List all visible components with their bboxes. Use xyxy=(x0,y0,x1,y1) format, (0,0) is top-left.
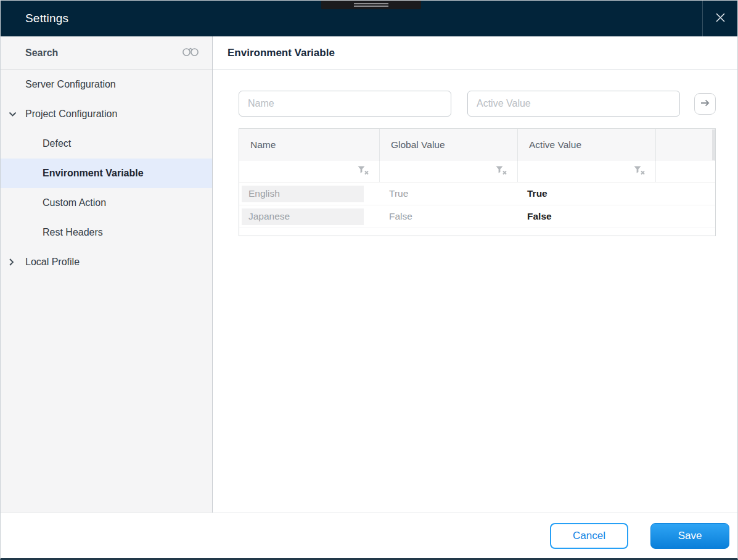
dialog-header: Settings xyxy=(1,1,737,36)
sidebar-item-server-configuration[interactable]: Server Configuration xyxy=(1,70,212,99)
cell-name: Japanese xyxy=(239,205,380,228)
column-header-active-value[interactable]: Active Value xyxy=(518,129,656,161)
sidebar-item-local-profile[interactable]: Local Profile xyxy=(1,247,212,277)
close-icon xyxy=(714,11,727,27)
cancel-button[interactable]: Cancel xyxy=(550,523,628,549)
main-panel: Environment Variable Name Global Value A… xyxy=(213,36,737,513)
table-header-row: Name Global Value Active Value xyxy=(239,129,715,161)
table-row[interactable]: English True True xyxy=(239,183,715,205)
name-input[interactable] xyxy=(239,91,451,117)
active-value-input[interactable] xyxy=(467,91,680,117)
environment-variable-table: Name Global Value Active Value xyxy=(239,128,716,236)
dialog-title: Settings xyxy=(1,12,68,25)
sidebar-item-custom-action[interactable]: Custom Action xyxy=(1,188,212,218)
filter-clear-icon[interactable] xyxy=(496,166,507,178)
page-title: Environment Variable xyxy=(228,47,335,59)
chevron-right-icon xyxy=(9,258,14,266)
column-header-name[interactable]: Name xyxy=(239,129,380,161)
cell-actions xyxy=(656,183,715,205)
add-variable-form xyxy=(239,91,716,117)
chevron-down-icon xyxy=(9,112,17,117)
sidebar-item-rest-headers[interactable]: Rest Headers xyxy=(1,218,212,247)
sidebar-item-label: Defect xyxy=(43,138,71,149)
filter-clear-icon[interactable] xyxy=(634,166,646,178)
sidebar-item-label: Local Profile xyxy=(25,257,80,268)
column-header-actions xyxy=(656,129,715,161)
filter-clear-icon[interactable] xyxy=(358,166,369,178)
cell-actions xyxy=(656,205,715,228)
dialog-body: Search Server Configuration Project Conf… xyxy=(1,36,737,513)
binoculars-icon xyxy=(181,46,200,59)
add-variable-button[interactable] xyxy=(694,93,716,115)
column-header-global-value[interactable]: Global Value xyxy=(380,129,518,161)
sidebar-item-defect[interactable]: Defect xyxy=(1,129,212,159)
cell-active-value: False xyxy=(518,205,656,228)
filter-cell-actions xyxy=(656,161,715,182)
filter-cell-name[interactable] xyxy=(239,161,380,182)
table-filter-row xyxy=(239,161,715,183)
cell-name: English xyxy=(239,183,380,205)
sidebar: Search Server Configuration Project Conf… xyxy=(1,36,213,513)
arrow-right-icon xyxy=(700,98,710,110)
close-button[interactable] xyxy=(702,1,737,36)
variable-name: Japanese xyxy=(242,208,364,225)
cell-active-value: True xyxy=(518,183,656,205)
dialog-footer: Cancel Save xyxy=(1,513,737,558)
cell-global-value: False xyxy=(380,205,518,228)
search-label: Search xyxy=(25,47,58,59)
sidebar-item-label: Rest Headers xyxy=(43,227,103,238)
sidebar-item-label: Server Configuration xyxy=(25,79,116,90)
variable-name: English xyxy=(242,186,364,202)
sidebar-item-label: Environment Variable xyxy=(43,168,144,179)
cell-global-value: True xyxy=(380,183,518,205)
window-drag-handle xyxy=(321,1,421,9)
main-header: Environment Variable xyxy=(213,36,737,70)
filter-cell-active-value[interactable] xyxy=(518,161,656,182)
filter-cell-global-value[interactable] xyxy=(380,161,518,182)
sidebar-item-label: Project Configuration xyxy=(25,109,117,120)
table-row[interactable]: Japanese False False xyxy=(239,205,715,228)
sidebar-item-label: Custom Action xyxy=(43,197,106,208)
table-scrollbar xyxy=(712,130,715,160)
settings-dialog: Settings Search Server C xyxy=(0,0,738,560)
sidebar-search[interactable]: Search xyxy=(1,36,212,70)
sidebar-item-project-configuration[interactable]: Project Configuration xyxy=(1,99,212,129)
sidebar-item-environment-variable[interactable]: Environment Variable xyxy=(1,159,212,188)
table-empty-space xyxy=(239,228,715,236)
save-button[interactable]: Save xyxy=(650,523,729,549)
